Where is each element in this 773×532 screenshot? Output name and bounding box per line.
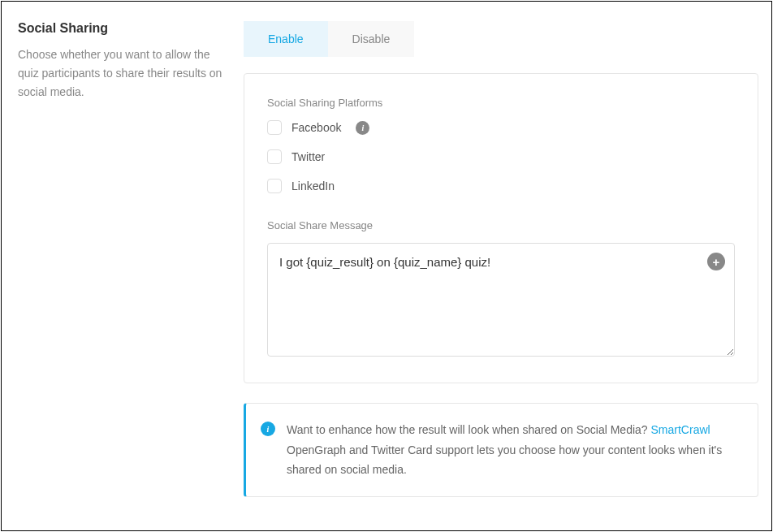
section-description: Choose whether you want to allow the qui… (18, 45, 224, 102)
checkbox-linkedin[interactable] (267, 179, 282, 193)
smartcrawl-info-box: i Want to enhance how the result will lo… (244, 403, 758, 497)
settings-content: Enable Disable Social Sharing Platforms … (244, 21, 758, 517)
share-message-input[interactable] (267, 243, 735, 357)
share-message-section: Social Share Message + (267, 219, 735, 360)
info-box-text: Want to enhance how the result will look… (287, 420, 741, 480)
settings-panel: Social Sharing Platforms Facebook i Twit… (244, 73, 758, 383)
info-text-pre: Want to enhance how the result will look… (287, 423, 651, 436)
info-icon[interactable]: i (356, 121, 369, 135)
smartcrawl-link[interactable]: SmartCrawl (651, 423, 710, 436)
platform-row-twitter: Twitter (267, 149, 735, 164)
platform-row-facebook: Facebook i (267, 120, 735, 135)
checkbox-label-facebook: Facebook (291, 121, 341, 134)
tab-enable[interactable]: Enable (244, 21, 328, 57)
share-message-label: Social Share Message (267, 219, 735, 231)
info-text-post: OpenGraph and Twitter Card support lets … (287, 443, 722, 477)
info-icon: i (261, 422, 275, 436)
add-variable-button[interactable]: + (707, 253, 725, 270)
tab-disable[interactable]: Disable (328, 21, 415, 57)
checkbox-label-twitter: Twitter (291, 150, 325, 163)
social-sharing-settings: Social Sharing Choose whether you want t… (1, 1, 772, 531)
share-message-wrap: + (267, 243, 735, 360)
checkbox-twitter[interactable] (267, 149, 282, 164)
platforms-label: Social Sharing Platforms (267, 97, 735, 109)
platform-row-linkedin: LinkedIn (267, 179, 735, 193)
checkbox-facebook[interactable] (267, 120, 282, 135)
enable-disable-tabs: Enable Disable (244, 21, 758, 57)
checkbox-label-linkedin: LinkedIn (291, 179, 335, 192)
section-title: Social Sharing (18, 21, 224, 36)
sidebar-description: Social Sharing Choose whether you want t… (15, 21, 224, 517)
